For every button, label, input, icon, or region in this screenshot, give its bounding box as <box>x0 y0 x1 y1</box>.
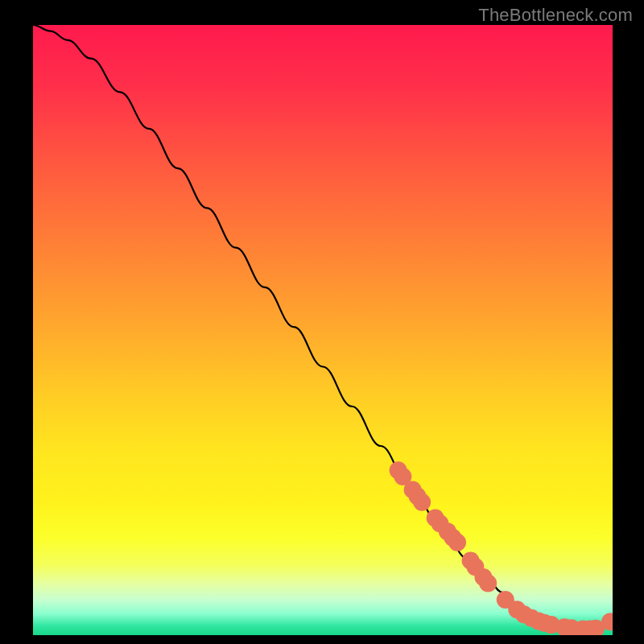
chart-root: TheBottleneck.com <box>0 0 644 644</box>
data-marker <box>448 534 466 551</box>
bottleneck-curve <box>33 25 613 629</box>
data-markers <box>390 461 613 635</box>
data-marker <box>479 575 497 592</box>
plot-area <box>33 25 613 635</box>
watermark-text: TheBottleneck.com <box>478 5 633 26</box>
plot-overlay <box>33 25 613 635</box>
data-marker <box>413 493 431 511</box>
